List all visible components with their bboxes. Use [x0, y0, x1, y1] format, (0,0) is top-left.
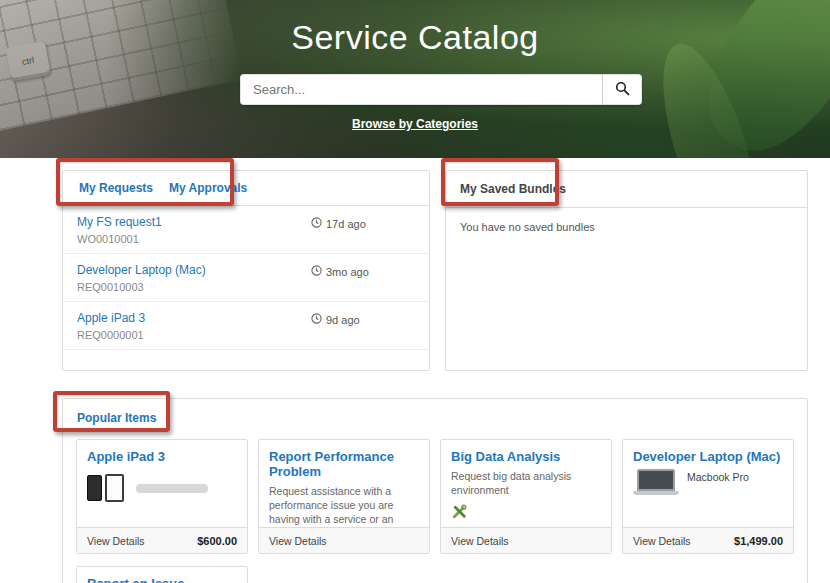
request-number: REQ0010003	[77, 281, 415, 293]
clock-icon	[311, 217, 322, 230]
request-list-item[interactable]: Developer Laptop (Mac) REQ0010003 3mo ag…	[63, 254, 429, 302]
catalog-item-card-bigdata[interactable]: Big Data Analysis Request big data analy…	[440, 439, 612, 554]
laptop-image	[633, 469, 679, 495]
view-details-link[interactable]: View Details	[87, 535, 145, 547]
item-title-link[interactable]: Developer Laptop (Mac)	[633, 449, 783, 464]
item-title-link[interactable]: Apple iPad 3	[87, 449, 237, 464]
request-age: 17d ago	[311, 217, 366, 230]
redacted-text-pill	[136, 484, 208, 493]
hero-banner: ctrl Service Catalog Browse by Categorie…	[0, 0, 830, 158]
item-title-link[interactable]: Report an Issue	[87, 576, 237, 583]
requests-tab-bar: My Requests My Approvals	[63, 171, 429, 206]
view-details-link[interactable]: View Details	[633, 535, 691, 547]
service-portal-page: ctrl Service Catalog Browse by Categorie…	[0, 0, 830, 583]
saved-bundles-panel: My Saved Bundles You have no saved bundl…	[445, 170, 808, 371]
item-subtitle: Macbook Pro	[687, 471, 749, 483]
item-title-link[interactable]: Report Performance Problem	[269, 449, 419, 479]
request-age: 3mo ago	[311, 265, 369, 278]
page-title: Service Catalog	[0, 18, 830, 57]
request-age: 9d ago	[311, 313, 360, 326]
search-button[interactable]	[602, 74, 642, 105]
item-price: $600.00	[197, 535, 237, 547]
request-age-text: 17d ago	[326, 218, 366, 230]
tab-my-requests[interactable]: My Requests	[79, 171, 153, 206]
item-description: Request assistance with a performance is…	[269, 484, 419, 527]
item-title-link[interactable]: Big Data Analysis	[451, 449, 601, 464]
popular-items-panel: Popular Items Apple iPad 3 View Details …	[62, 398, 808, 583]
ipad-image	[87, 474, 237, 502]
browse-categories-link[interactable]: Browse by Categories	[0, 117, 830, 131]
saved-bundles-empty-text: You have no saved bundles	[446, 208, 807, 246]
search-bar	[240, 74, 642, 105]
popular-items-row: Apple iPad 3 View Details $600.00 Report…	[63, 435, 807, 554]
tab-my-approvals[interactable]: My Approvals	[169, 171, 247, 206]
tablet-art	[87, 475, 102, 501]
catalog-item-card-performance[interactable]: Report Performance Problem Request assis…	[258, 439, 430, 554]
request-age-text: 9d ago	[326, 314, 360, 326]
search-icon	[615, 81, 630, 99]
view-details-link[interactable]: View Details	[269, 535, 327, 547]
catalog-item-card-laptop[interactable]: Developer Laptop (Mac) Macbook Pro View …	[622, 439, 794, 554]
request-number: REQ0000001	[77, 329, 415, 341]
catalog-item-card-ipad[interactable]: Apple iPad 3 View Details $600.00	[76, 439, 248, 554]
clock-icon	[311, 313, 322, 326]
tools-icon	[451, 503, 601, 524]
item-price: $1,499.00	[734, 535, 783, 547]
item-description: Request big data analysis environment	[451, 469, 601, 497]
request-list-item[interactable]: My FS request1 WO0010001 17d ago	[63, 206, 429, 254]
my-requests-panel: My Requests My Approvals My FS request1 …	[62, 170, 430, 371]
popular-items-title: Popular Items	[63, 399, 807, 435]
saved-bundles-title: My Saved Bundles	[446, 171, 807, 208]
tablet-art	[105, 474, 124, 502]
search-input[interactable]	[240, 74, 602, 105]
clock-icon	[311, 265, 322, 278]
request-age-text: 3mo ago	[326, 266, 369, 278]
request-number: WO0010001	[77, 233, 415, 245]
request-list-item[interactable]: Apple iPad 3 REQ0000001 9d ago	[63, 302, 429, 350]
request-title-link[interactable]: Apple iPad 3	[77, 311, 415, 325]
catalog-item-card-report-issue[interactable]: Report an Issue	[76, 566, 248, 583]
view-details-link[interactable]: View Details	[451, 535, 509, 547]
